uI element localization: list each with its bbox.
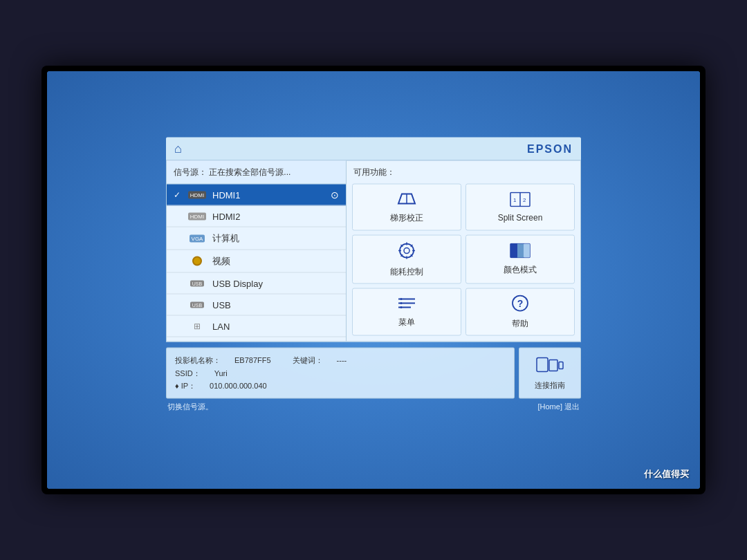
func-btn-color-mode[interactable]: 颜色模式 xyxy=(465,235,575,284)
menu-icon xyxy=(397,296,416,314)
projector-name-label: 投影机名称： xyxy=(175,354,221,367)
video-icon xyxy=(187,256,207,267)
source-header: 信号源： 正在搜索全部信号源... xyxy=(167,161,346,185)
svg-rect-29 xyxy=(549,360,557,371)
brand-name: EPSON xyxy=(527,142,573,155)
svg-point-25 xyxy=(400,306,403,308)
help-label: 帮助 xyxy=(512,318,528,330)
usb-icon: USB xyxy=(187,299,207,310)
split-screen-icon: 1 2 xyxy=(510,192,531,210)
energy-label: 能耗控制 xyxy=(390,266,423,278)
func-btn-energy[interactable]: 能耗控制 xyxy=(352,235,461,284)
hdmi2-icon: HDMI xyxy=(187,211,207,222)
ssid-label: SSID： xyxy=(175,366,201,380)
source-item-video[interactable]: 视频 xyxy=(167,250,346,273)
keyword-value: ---- xyxy=(337,354,347,367)
svg-text:1: 1 xyxy=(513,197,517,203)
func-btn-keystone[interactable]: 梯形校正 xyxy=(352,184,461,231)
home-icon[interactable]: ⌂ xyxy=(174,142,182,156)
source-item-hdmi1[interactable]: ✓ HDMI HDMI1 ⊙ xyxy=(167,185,346,206)
functions-panel: 可用功能： 梯形校正 xyxy=(347,161,580,342)
color-mode-label: 颜色模式 xyxy=(504,264,537,276)
help-icon: ? xyxy=(511,295,529,315)
header-bar: ⌂ EPSON xyxy=(166,138,581,160)
svg-point-23 xyxy=(400,298,403,300)
func-btn-menu[interactable]: 菜单 xyxy=(352,288,461,336)
color-mode-icon xyxy=(510,243,531,261)
status-right: [Home] 退出 xyxy=(537,402,580,412)
ui-panel: ⌂ EPSON 信号源： 正在搜索全部信号源... ✓ HDMI HDMI1 ⊙ xyxy=(166,138,581,412)
energy-icon xyxy=(397,241,416,263)
info-row-3: ♦ IP： 010.000.000.040 xyxy=(175,380,506,393)
projector-name-value: EB787FF5 xyxy=(234,354,271,367)
status-left: 切换信号源。 xyxy=(167,402,213,412)
usb-label: USB xyxy=(212,299,339,310)
svg-rect-30 xyxy=(559,362,563,369)
source-panel: 信号源： 正在搜索全部信号源... ✓ HDMI HDMI1 ⊙ HDMI HD… xyxy=(167,161,347,342)
screen-outer: ⌂ EPSON 信号源： 正在搜索全部信号源... ✓ HDMI HDMI1 ⊙ xyxy=(42,66,706,494)
watermark: 什么值得买 xyxy=(644,468,689,480)
main-content: 信号源： 正在搜索全部信号源... ✓ HDMI HDMI1 ⊙ HDMI HD… xyxy=(166,160,581,342)
svg-text:?: ? xyxy=(517,298,524,309)
svg-point-24 xyxy=(400,302,403,304)
svg-rect-19 xyxy=(524,244,530,258)
source-item-usb-display[interactable]: USB USB Display xyxy=(167,273,346,295)
svg-rect-18 xyxy=(517,244,524,258)
lan-label: LAN xyxy=(212,321,339,331)
split-screen-label: Split Screen xyxy=(498,213,543,223)
active-arrow: ⊙ xyxy=(331,189,339,200)
bottom-area: 投影机名称： EB787FF5 关键词： ---- SSID： Yuri ♦ I… xyxy=(166,348,581,399)
source-item-lan[interactable]: ⊞ LAN xyxy=(167,316,346,337)
source-item-computer[interactable]: VGA 计算机 xyxy=(167,227,346,250)
lan-icon: ⊞ xyxy=(187,321,207,332)
computer-icon: VGA xyxy=(187,233,207,244)
info-row-1: 投影机名称： EB787FF5 关键词： ---- xyxy=(175,354,506,367)
screen-inner: ⌂ EPSON 信号源： 正在搜索全部信号源... ✓ HDMI HDMI1 ⊙ xyxy=(47,71,700,489)
ssid-value: Yuri xyxy=(214,366,228,380)
keystone-label: 梯形校正 xyxy=(390,212,423,223)
ip-label: ♦ IP： xyxy=(175,380,196,393)
connect-icon xyxy=(536,356,564,377)
connect-label: 连接指南 xyxy=(535,380,565,391)
keyword-label: 关键词： xyxy=(285,354,323,367)
hdmi2-label: HDMI2 xyxy=(212,211,339,221)
usb-display-icon: USB xyxy=(187,278,207,289)
functions-header: 可用功能： xyxy=(352,167,575,178)
ip-value: 010.000.000.040 xyxy=(210,380,267,393)
usb-display-label: USB Display xyxy=(212,278,339,288)
video-label: 视频 xyxy=(212,255,339,268)
svg-text:2: 2 xyxy=(523,197,526,203)
svg-point-7 xyxy=(404,248,409,254)
func-btn-split-screen[interactable]: 1 2 Split Screen xyxy=(465,184,575,231)
functions-grid: 梯形校正 1 2 xyxy=(352,184,575,336)
computer-label: 计算机 xyxy=(212,232,339,245)
hdmi1-label: HDMI1 xyxy=(212,189,331,200)
status-bar: 切换信号源。 [Home] 退出 xyxy=(166,399,581,412)
source-item-hdmi2[interactable]: HDMI HDMI2 xyxy=(167,206,346,227)
info-box: 投影机名称： EB787FF5 关键词： ---- SSID： Yuri ♦ I… xyxy=(166,348,515,399)
svg-rect-28 xyxy=(537,358,548,372)
source-item-usb[interactable]: USB USB xyxy=(167,295,346,316)
keystone-icon xyxy=(396,191,417,209)
svg-rect-17 xyxy=(510,244,517,258)
hdmi1-icon: HDMI xyxy=(187,189,207,200)
info-row-2: SSID： Yuri xyxy=(175,366,506,380)
connect-button[interactable]: 连接指南 xyxy=(519,348,581,399)
check-mark: ✓ xyxy=(174,190,185,200)
menu-label: 菜单 xyxy=(398,317,415,328)
func-btn-help[interactable]: ? 帮助 xyxy=(465,288,575,336)
